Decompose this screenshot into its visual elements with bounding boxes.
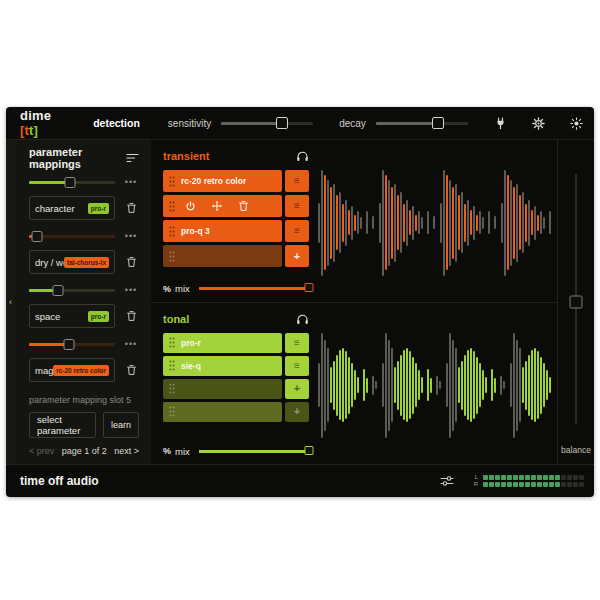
tab-detection[interactable]: detection (93, 117, 140, 129)
waveform-bar (455, 348, 457, 422)
parameter-name: space (35, 311, 88, 322)
module-menu-button[interactable]: ≡ (285, 333, 309, 353)
parameter-box[interactable]: character pro-r (29, 196, 115, 220)
waveform-bar (403, 204, 405, 242)
main-content: transient rc-20 retro color≡ ≡pro-q 3≡+ … (151, 140, 557, 464)
sensitivity-slider-handle[interactable] (276, 117, 288, 129)
drag-handle-icon[interactable] (169, 251, 175, 262)
select-parameter-box[interactable]: select parameter (29, 412, 96, 438)
balance-slider-handle[interactable] (570, 296, 583, 309)
mapping-options-button[interactable]: ••• (123, 340, 139, 349)
drag-handle-icon[interactable] (169, 176, 175, 187)
add-module-button[interactable]: + (285, 379, 309, 399)
plugin-badge: pro-r (88, 311, 109, 322)
mapping-slider[interactable] (29, 181, 115, 184)
waveform-bar (543, 363, 545, 407)
plug-icon[interactable] (494, 116, 508, 130)
mapping-options-button[interactable]: ••• (123, 286, 139, 295)
module-power-icon[interactable] (185, 201, 196, 212)
module-empty-slot[interactable] (163, 402, 282, 422)
mapping-options-button[interactable]: ••• (123, 232, 139, 241)
next-page-button[interactable]: next > (114, 446, 139, 456)
prev-page-button[interactable]: < prev (29, 446, 54, 456)
meter-segment (555, 475, 560, 480)
gear-icon[interactable] (532, 116, 546, 130)
trash-icon[interactable] (123, 256, 139, 268)
waveform-bar (470, 210, 472, 235)
mapping-slider-row: ••• (29, 337, 139, 351)
module-pro-r[interactable]: pro-r (163, 333, 282, 353)
drag-handle-icon[interactable] (169, 406, 175, 417)
waveform-bar (415, 215, 417, 231)
module-move-icon[interactable] (211, 200, 223, 212)
filter-icon[interactable] (126, 149, 139, 167)
tonal-title: tonal (163, 313, 189, 325)
module-empty-slot[interactable] (163, 245, 282, 267)
transient-mix-slider[interactable] (199, 287, 309, 290)
balance-label: balance (558, 445, 594, 455)
add-module-button[interactable]: + (285, 402, 309, 422)
waveform-bar (427, 369, 429, 401)
headphones-icon[interactable] (296, 313, 309, 325)
mapping-row: dry / wet tal-chorus-lx (29, 250, 139, 274)
mapping-slider-handle[interactable] (31, 231, 42, 242)
add-module-button[interactable]: + (285, 245, 309, 267)
waveform-bar (522, 192, 524, 253)
learn-button[interactable]: learn (103, 412, 139, 438)
page-indicator: page 1 of 2 (62, 446, 107, 456)
module-empty-slot[interactable] (163, 379, 282, 399)
module-rc-20-retro-color[interactable]: rc-20 retro color (163, 170, 282, 192)
mapping-options-button[interactable]: ••• (123, 178, 139, 187)
mapping-slider-handle[interactable] (65, 177, 76, 188)
trash-icon[interactable] (123, 202, 139, 214)
decay-slider[interactable] (376, 122, 468, 125)
brightness-icon[interactable] (570, 116, 584, 130)
transient-mix-handle[interactable] (305, 283, 314, 292)
headphones-icon[interactable] (296, 150, 309, 162)
module-menu-button[interactable]: ≡ (285, 170, 309, 192)
mixer-sliders-icon[interactable] (440, 475, 454, 487)
meter-segment (543, 482, 548, 487)
collapse-chevron-icon[interactable]: ‹ (9, 298, 12, 307)
waveform-bar (528, 355, 530, 416)
drag-handle-icon[interactable] (169, 383, 175, 394)
mapping-row: character pro-r (29, 196, 139, 220)
mapping-slider[interactable] (29, 235, 115, 238)
module-row: + (163, 402, 309, 422)
meter-segment (513, 482, 518, 487)
app-logo: dime [tt] (20, 108, 51, 138)
output-level-meter: L R (474, 475, 584, 487)
drag-handle-icon[interactable] (169, 360, 175, 371)
sidebar-collapse-strip: ‹ (6, 140, 15, 464)
module-menu-button[interactable]: ≡ (285, 195, 309, 217)
module-trash-icon[interactable] (238, 200, 249, 212)
mapping-slider[interactable] (29, 343, 115, 346)
mapping-slider[interactable] (29, 289, 115, 292)
module-row: sie-q≡ (163, 356, 309, 376)
trash-icon[interactable] (123, 310, 139, 322)
tonal-module-list: pro-r≡sie-q≡++ (163, 333, 309, 439)
mapping-slider-handle[interactable] (63, 339, 74, 350)
module-empty-slot[interactable] (163, 195, 282, 217)
sensitivity-slider[interactable] (221, 122, 313, 125)
decay-slider-handle[interactable] (432, 117, 444, 129)
trash-icon[interactable] (123, 364, 139, 376)
module-sie-q[interactable]: sie-q (163, 356, 282, 376)
drag-handle-icon[interactable] (169, 201, 175, 212)
module-row: rc-20 retro color≡ (163, 170, 309, 192)
module-menu-button[interactable]: ≡ (285, 220, 309, 242)
module-pro-q-3[interactable]: pro-q 3 (163, 220, 282, 242)
drag-handle-icon[interactable] (169, 337, 175, 348)
parameter-box[interactable]: dry / wet tal-chorus-lx (29, 250, 115, 274)
mapping-slider-handle[interactable] (53, 285, 64, 296)
tonal-mix-slider[interactable] (199, 450, 309, 453)
parameter-box[interactable]: magnitude rc-20 retro color (29, 358, 115, 382)
module-menu-button[interactable]: ≡ (285, 356, 309, 376)
drag-handle-icon[interactable] (169, 226, 175, 237)
percent-icon: % (163, 284, 175, 294)
meter-segment (495, 482, 500, 487)
parameter-box[interactable]: space pro-r (29, 304, 115, 328)
tonal-mix-handle[interactable] (305, 446, 314, 455)
meter-segment (519, 482, 524, 487)
waveform-bar (354, 215, 356, 231)
